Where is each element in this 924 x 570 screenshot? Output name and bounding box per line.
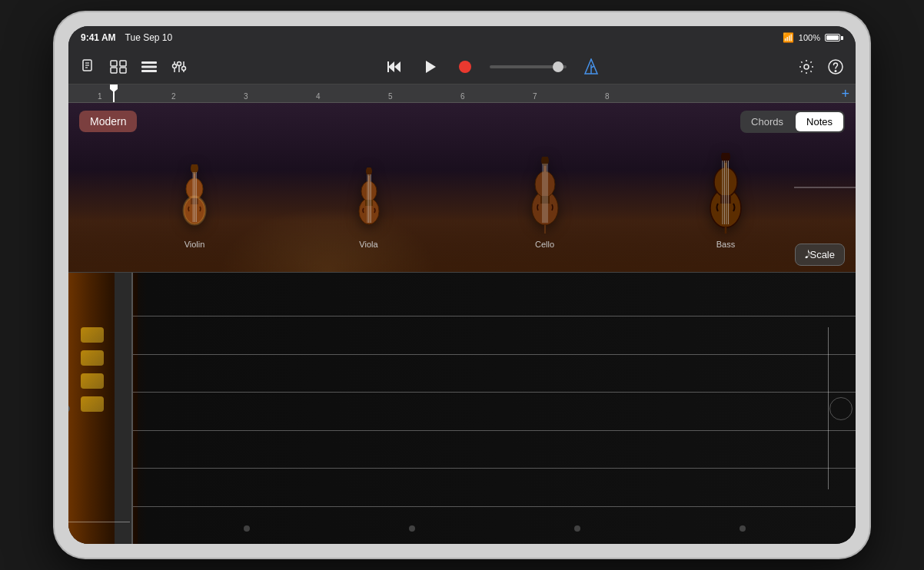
timeline-ruler: 1 2 3 4 5 6 7 xyxy=(68,85,856,103)
svg-marker-20 xyxy=(426,61,436,73)
string-6 xyxy=(133,506,856,507)
scroll-indicator[interactable] xyxy=(829,397,853,420)
ruler-mark-4: 4 xyxy=(316,93,321,101)
ipad-screen: 9:41 AM Tue Sep 10 📶 100% xyxy=(68,26,856,544)
string-3 xyxy=(133,392,856,393)
string-5 xyxy=(133,468,856,469)
svg-rect-19 xyxy=(387,61,389,72)
annotation-line-right xyxy=(828,327,829,490)
chords-notes-toggle: Chords Notes xyxy=(740,111,845,133)
ruler-mark-1: 1 xyxy=(98,93,102,101)
scale-label: Scale xyxy=(809,249,835,260)
svg-point-27 xyxy=(835,70,836,71)
violin-image xyxy=(174,164,216,237)
ruler-mark-2: 2 xyxy=(171,93,176,101)
svg-rect-7 xyxy=(120,68,126,73)
svg-point-21 xyxy=(459,61,471,73)
ruler-marks: 1 2 3 4 5 6 7 xyxy=(75,85,849,102)
svg-rect-49 xyxy=(540,196,550,204)
viola-label: Viola xyxy=(359,240,377,249)
help-button[interactable] xyxy=(825,58,846,76)
status-date: Tue Sep 10 xyxy=(125,32,173,43)
svg-rect-10 xyxy=(141,70,157,72)
svg-marker-17 xyxy=(388,61,394,72)
svg-point-16 xyxy=(182,66,186,70)
notes-button[interactable]: Notes xyxy=(796,112,843,131)
tuning-peg-1 xyxy=(81,327,104,343)
cello-image xyxy=(522,157,568,237)
ruler-mark-6: 6 xyxy=(460,93,465,101)
battery-icon xyxy=(825,34,843,41)
fret-dot-2 xyxy=(409,525,415,532)
annotation-line-bottom-left xyxy=(68,522,130,522)
svg-rect-30 xyxy=(191,198,198,204)
guitar-body xyxy=(68,273,138,544)
ipad-frame: 9:41 AM Tue Sep 10 📶 100% xyxy=(55,12,869,558)
document-button[interactable] xyxy=(78,58,99,76)
preset-button[interactable]: Modern xyxy=(79,111,137,132)
tuning-peg-2 xyxy=(81,350,104,366)
metronome-button[interactable] xyxy=(580,57,602,77)
string-1 xyxy=(133,316,856,316)
svg-point-42 xyxy=(366,167,372,176)
svg-rect-8 xyxy=(141,61,157,64)
status-time: 9:41 AM xyxy=(81,32,116,43)
chords-button[interactable]: Chords xyxy=(740,111,794,133)
bass-image xyxy=(701,153,751,237)
strings-container xyxy=(133,273,856,544)
instruments-row: Violin xyxy=(107,153,817,249)
record-button[interactable] xyxy=(454,58,476,76)
main-content: Modern Chords Notes xyxy=(68,103,856,544)
ruler-mark-7: 7 xyxy=(533,93,537,101)
play-button[interactable] xyxy=(419,58,440,76)
violin-label: Violin xyxy=(184,240,205,249)
annotation-line-top xyxy=(794,187,856,188)
ruler-mark-8: 8 xyxy=(605,93,610,101)
fret-dot-1 xyxy=(244,525,250,532)
rewind-button[interactable] xyxy=(384,58,405,75)
settings-button[interactable] xyxy=(796,58,817,76)
svg-rect-40 xyxy=(365,200,373,206)
guitar-nut xyxy=(115,273,133,544)
viola-image xyxy=(349,167,389,237)
cello-instrument[interactable]: Cello xyxy=(522,157,568,249)
svg-rect-9 xyxy=(141,65,157,68)
tuning-peg-3 xyxy=(81,373,104,389)
svg-point-25 xyxy=(804,65,809,69)
svg-rect-5 xyxy=(120,61,126,66)
bass-label: Bass xyxy=(716,240,735,249)
playhead xyxy=(113,85,115,102)
svg-rect-4 xyxy=(111,61,117,66)
ruler-mark-3: 3 xyxy=(244,93,248,101)
violin-instrument[interactable]: Violin xyxy=(174,164,216,249)
string-4 xyxy=(133,430,856,431)
svg-point-51 xyxy=(541,157,549,166)
string-2 xyxy=(133,354,856,355)
bass-instrument[interactable]: Bass xyxy=(701,153,751,249)
fret-dot-3 xyxy=(574,525,580,532)
tuning-peg-4 xyxy=(81,396,104,412)
cello-label: Cello xyxy=(535,240,554,249)
status-bar: 9:41 AM Tue Sep 10 📶 100% xyxy=(68,26,856,49)
svg-point-32 xyxy=(191,164,198,174)
battery-percentage: 100% xyxy=(799,33,820,42)
string-play-area[interactable] xyxy=(68,273,856,544)
instrument-stage: Modern Chords Notes xyxy=(68,103,856,272)
view-toggle-button[interactable] xyxy=(107,58,130,75)
svg-point-14 xyxy=(173,64,177,68)
svg-marker-18 xyxy=(394,61,401,72)
mixer-button[interactable] xyxy=(168,58,190,75)
tracks-button[interactable] xyxy=(138,59,161,75)
wifi-icon: 📶 xyxy=(783,32,794,43)
add-track-button[interactable]: + xyxy=(841,85,849,101)
svg-point-15 xyxy=(178,61,181,65)
fret-dots xyxy=(133,525,856,532)
svg-rect-59 xyxy=(720,195,731,204)
ruler-mark-5: 5 xyxy=(388,93,393,101)
scale-button[interactable]: 𝅘𝅥𝅮 Scale xyxy=(795,244,845,266)
toolbar xyxy=(68,49,856,85)
volume-slider[interactable] xyxy=(490,65,567,68)
svg-rect-6 xyxy=(111,68,117,73)
viola-instrument[interactable]: Viola xyxy=(349,167,389,249)
fret-dot-4 xyxy=(740,525,746,532)
